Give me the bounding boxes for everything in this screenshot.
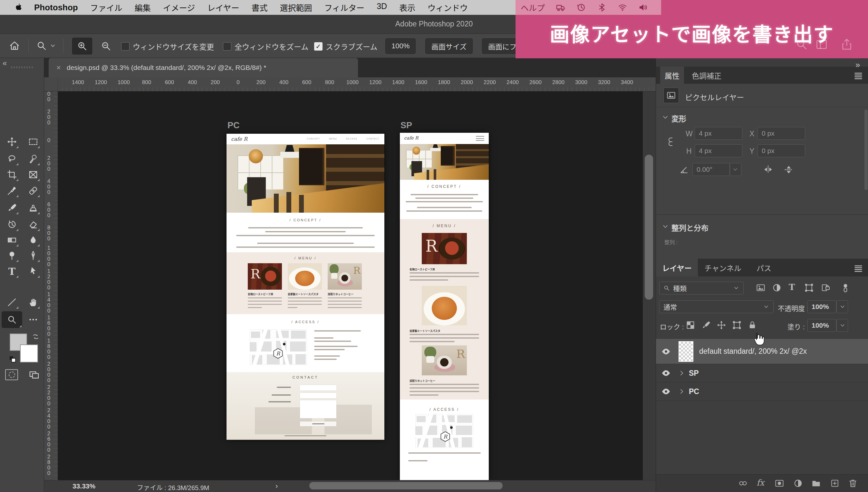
layer-filter-dropdown[interactable]: 種類 bbox=[659, 281, 744, 295]
type-tool[interactable]: T bbox=[5, 264, 19, 278]
scrubby-zoom-checkbox[interactable]: ✓ スクラブズーム bbox=[314, 41, 377, 52]
historybrush-tool[interactable] bbox=[5, 218, 19, 232]
tab-paths[interactable]: パス bbox=[748, 259, 780, 276]
close-tab-icon[interactable]: × bbox=[56, 63, 61, 72]
collapse-panels-icon[interactable]: » bbox=[855, 60, 860, 70]
new-layer-icon[interactable] bbox=[830, 478, 840, 488]
line-tool[interactable] bbox=[5, 295, 19, 309]
zoom-tool-selected[interactable] bbox=[2, 311, 22, 328]
filter-adjustment-layers-icon[interactable] bbox=[772, 283, 782, 293]
panel-scrollbar[interactable] bbox=[865, 109, 868, 190]
hand-tool[interactable] bbox=[26, 295, 40, 309]
layer-style-icon[interactable]: fx bbox=[757, 478, 764, 488]
fill-dropdown[interactable] bbox=[837, 319, 848, 332]
zoom-all-windows-checkbox[interactable]: 全ウィンドウをズーム bbox=[223, 41, 308, 52]
menu-item[interactable]: 編集 bbox=[135, 2, 151, 13]
layer-name[interactable]: PC bbox=[689, 387, 699, 396]
vertical-scrollbar[interactable] bbox=[643, 92, 656, 480]
quick-mask-button[interactable] bbox=[5, 369, 18, 380]
layer-visibility-icon[interactable] bbox=[661, 387, 671, 396]
menu-item[interactable]: 3D bbox=[377, 2, 387, 13]
lock-position-icon[interactable] bbox=[717, 320, 726, 330]
home-icon[interactable] bbox=[9, 40, 20, 51]
zoom-level[interactable]: 33.33% bbox=[73, 482, 95, 490]
menu-item[interactable]: ウィンドウ bbox=[427, 2, 468, 13]
angle-dropdown[interactable] bbox=[730, 163, 741, 176]
blend-mode-dropdown[interactable]: 通常 bbox=[659, 300, 774, 313]
toolbar-grip[interactable] bbox=[11, 66, 33, 68]
blur-tool[interactable] bbox=[26, 233, 40, 247]
frame-tool[interactable] bbox=[26, 168, 40, 182]
canvas[interactable]: PC cafe R CONCEPTMENUACCESSCONTACT / CON… bbox=[58, 92, 643, 480]
flip-horizontal-icon[interactable] bbox=[763, 164, 773, 175]
screen-mode-icon[interactable] bbox=[27, 369, 41, 380]
expand-group-icon[interactable] bbox=[678, 388, 686, 395]
menu-item[interactable]: 選択範囲 bbox=[280, 2, 312, 13]
delete-layer-icon[interactable] bbox=[848, 478, 858, 488]
menu-item[interactable]: レイヤー bbox=[207, 2, 239, 13]
layer-name[interactable]: default standard/, 200% 2x/ @2x bbox=[699, 347, 807, 356]
menu-item[interactable]: 表示 bbox=[399, 2, 415, 13]
zoom-out-button[interactable] bbox=[96, 38, 116, 54]
fill-value[interactable]: 100% bbox=[808, 319, 837, 332]
lock-transparency-icon[interactable] bbox=[686, 320, 695, 330]
chevron-down-icon[interactable] bbox=[662, 223, 669, 230]
artboard-label-sp[interactable]: SP bbox=[400, 121, 412, 130]
pathselect-tool[interactable] bbox=[26, 264, 40, 278]
menu-item[interactable]: ファイル bbox=[90, 2, 122, 13]
layer-group-row[interactable]: PC bbox=[656, 383, 868, 401]
apple-icon[interactable] bbox=[14, 3, 23, 12]
marquee-tool[interactable] bbox=[26, 135, 40, 149]
filter-type-layers-icon[interactable]: T bbox=[789, 282, 795, 292]
flip-vertical-icon[interactable] bbox=[784, 164, 794, 175]
opacity-dropdown[interactable] bbox=[837, 300, 848, 313]
menu-item[interactable]: 書式 bbox=[252, 2, 268, 13]
chevron-down-icon[interactable] bbox=[50, 40, 56, 51]
eraser-tool[interactable] bbox=[26, 218, 40, 232]
vertical-scrollbar-thumb[interactable] bbox=[645, 155, 653, 300]
background-color-swatch[interactable] bbox=[20, 344, 38, 363]
dodge-tool[interactable] bbox=[5, 248, 19, 263]
stamp-tool[interactable] bbox=[26, 201, 40, 215]
fit-screen-button[interactable]: 画面サイズ bbox=[425, 38, 473, 54]
chevron-down-icon[interactable] bbox=[662, 114, 669, 121]
vertical-ruler[interactable]: 4002000200400600800100012001400160018002… bbox=[44, 92, 58, 480]
crop-tool[interactable] bbox=[5, 168, 19, 182]
new-adjustment-layer-icon[interactable] bbox=[793, 478, 803, 488]
new-group-icon[interactable] bbox=[811, 478, 821, 488]
lock-all-icon[interactable] bbox=[747, 320, 757, 330]
edit-toolbar-button[interactable] bbox=[26, 313, 40, 327]
menu-item[interactable]: イメージ bbox=[163, 2, 195, 13]
filter-shape-layers-icon[interactable] bbox=[804, 283, 814, 293]
collapse-toolbar-icon[interactable]: « bbox=[3, 59, 7, 68]
height-field[interactable]: 4 px bbox=[695, 144, 742, 157]
move-tool[interactable] bbox=[5, 135, 19, 149]
layer-group-row[interactable]: SP bbox=[656, 364, 868, 383]
tab-channels[interactable]: チャンネル bbox=[698, 259, 748, 276]
lasso-tool[interactable] bbox=[5, 152, 19, 166]
layer-thumbnail[interactable] bbox=[678, 341, 693, 362]
swap-colors-icon[interactable] bbox=[31, 333, 40, 341]
document-tab[interactable]: × design.psd @ 33.3% (default standard/,… bbox=[49, 58, 358, 77]
tab-layers[interactable]: レイヤー bbox=[656, 259, 698, 276]
filter-pixel-layers-icon[interactable] bbox=[756, 283, 766, 293]
zoom-in-button[interactable] bbox=[72, 38, 92, 54]
width-field[interactable]: 4 px bbox=[695, 127, 742, 140]
horizontal-scrollbar-thumb[interactable] bbox=[309, 482, 503, 489]
artboard-pc[interactable]: cafe R CONCEPTMENUACCESSCONTACT / CONCEP… bbox=[226, 134, 385, 440]
pen-tool[interactable] bbox=[26, 248, 40, 263]
ruler-corner[interactable] bbox=[44, 77, 58, 92]
artboard-label-pc[interactable]: PC bbox=[227, 121, 240, 130]
expand-group-icon[interactable] bbox=[678, 369, 686, 377]
angle-field[interactable]: 0.00° bbox=[692, 163, 730, 176]
filter-toggle-icon[interactable] bbox=[840, 281, 851, 294]
gradient-tool[interactable] bbox=[5, 233, 19, 247]
filter-smart-objects-icon[interactable] bbox=[821, 283, 830, 293]
lock-artboard-icon[interactable] bbox=[732, 320, 742, 330]
healing-tool[interactable] bbox=[26, 183, 40, 198]
y-field[interactable]: 0 px bbox=[758, 144, 805, 157]
layer-name[interactable]: SP bbox=[689, 369, 699, 378]
menu-item[interactable]: フィルター bbox=[324, 2, 365, 13]
link-layers-icon[interactable] bbox=[738, 478, 748, 488]
menu-item-help[interactable]: ヘルプ bbox=[521, 2, 545, 13]
